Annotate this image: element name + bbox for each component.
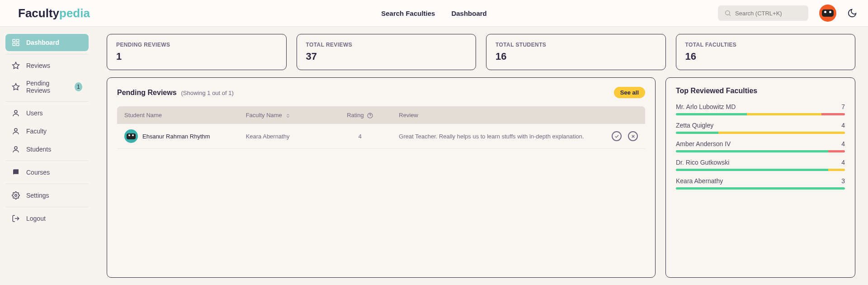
svg-rect-3 bbox=[17, 39, 19, 42]
faculty-item[interactable]: Zetta Quigley 4 bbox=[676, 122, 845, 134]
stat-value: 37 bbox=[306, 51, 467, 62]
svg-point-9 bbox=[14, 128, 17, 131]
theme-toggle[interactable] bbox=[847, 8, 857, 18]
stats-row: PENDING REVIEWS 1 TOTAL REVIEWS 37 TOTAL… bbox=[107, 34, 855, 70]
faculty-count: 7 bbox=[841, 103, 845, 110]
table-row: Ehsanur Rahman Rhythm Keara Abernathy 4 … bbox=[117, 124, 645, 149]
faculty-count: 4 bbox=[841, 159, 845, 166]
faculty-bar bbox=[676, 132, 845, 134]
faculty-bar bbox=[676, 169, 845, 171]
stat-label: TOTAL STUDENTS bbox=[495, 42, 656, 48]
sidebar-item-reviews[interactable]: Reviews bbox=[5, 57, 89, 74]
top-faculties-panel: Top Reviewed Faculties Mr. Arlo Lubowitz… bbox=[665, 77, 855, 278]
faculty-item[interactable]: Keara Abernathy 3 bbox=[676, 177, 845, 190]
gear-icon bbox=[12, 191, 20, 200]
logo-text-1: Faculty bbox=[18, 6, 59, 20]
panel-title: Pending Reviews bbox=[117, 89, 177, 96]
faculty-item[interactable]: Amber Anderson IV 4 bbox=[676, 140, 845, 152]
sidebar-item-pending-reviews[interactable]: Pending Reviews 1 bbox=[5, 75, 89, 99]
global-search[interactable] bbox=[718, 5, 808, 21]
rating-value: 4 bbox=[328, 124, 392, 149]
faculty-name: Dr. Rico Gutkowski bbox=[676, 159, 729, 166]
stat-total-students: TOTAL STUDENTS 16 bbox=[486, 34, 666, 70]
faculty-name: Keara Abernathy bbox=[239, 124, 329, 149]
logo[interactable]: Facultypedia bbox=[18, 6, 90, 20]
logo-text-2: pedia bbox=[59, 6, 90, 20]
sidebar-item-users[interactable]: Users bbox=[5, 104, 89, 122]
user-icon bbox=[12, 145, 20, 153]
nav-search-faculties[interactable]: Search Faculties bbox=[381, 10, 435, 17]
panel-title: Top Reviewed Faculties bbox=[676, 87, 845, 95]
faculty-name: Mr. Arlo Lubowitz MD bbox=[676, 103, 736, 110]
col-rating: Rating bbox=[328, 106, 392, 124]
faculties-list: Mr. Arlo Lubowitz MD 7 Zetta Quigley 4 A… bbox=[676, 103, 845, 190]
sidebar-label: Reviews bbox=[26, 62, 50, 69]
faculty-bar bbox=[676, 150, 845, 152]
logout-icon bbox=[12, 214, 20, 223]
stat-total-faculties: TOTAL FACULTIES 16 bbox=[676, 34, 856, 70]
star-icon bbox=[12, 83, 20, 91]
help-icon[interactable] bbox=[367, 113, 373, 119]
sidebar-label: Logout bbox=[26, 215, 46, 222]
panel-subtitle: (Showing 1 out of 1) bbox=[181, 90, 233, 96]
svg-marker-6 bbox=[13, 62, 19, 69]
faculty-name: Amber Anderson IV bbox=[676, 140, 731, 147]
sidebar-item-faculty[interactable]: Faculty bbox=[5, 123, 89, 140]
pending-reviews-table: Student Name Faculty Name Rating Review bbox=[117, 106, 645, 149]
stat-label: TOTAL FACULTIES bbox=[685, 42, 846, 48]
svg-rect-4 bbox=[13, 43, 15, 46]
approve-button[interactable] bbox=[612, 131, 622, 141]
faculty-name: Zetta Quigley bbox=[676, 122, 713, 129]
stat-label: PENDING REVIEWS bbox=[116, 42, 277, 48]
moon-icon bbox=[847, 8, 857, 18]
sidebar: Dashboard Reviews Pending Reviews 1 User… bbox=[0, 27, 94, 285]
x-icon bbox=[631, 134, 636, 139]
faculty-bar bbox=[676, 187, 845, 190]
faculty-name: Keara Abernathy bbox=[676, 177, 723, 185]
sidebar-item-courses[interactable]: Courses bbox=[5, 164, 89, 181]
see-all-button[interactable]: See all bbox=[614, 87, 645, 98]
sort-icon bbox=[285, 113, 291, 119]
search-input[interactable] bbox=[735, 10, 802, 17]
stat-value: 1 bbox=[116, 51, 277, 62]
sidebar-item-students[interactable]: Students bbox=[5, 141, 89, 158]
faculty-item[interactable]: Mr. Arlo Lubowitz MD 7 bbox=[676, 103, 845, 115]
nav-dashboard[interactable]: Dashboard bbox=[451, 10, 486, 17]
faculty-bar bbox=[676, 113, 845, 115]
sidebar-item-logout[interactable]: Logout bbox=[5, 210, 89, 227]
svg-rect-5 bbox=[17, 43, 19, 46]
sidebar-label: Settings bbox=[26, 192, 49, 199]
student-name: Ehsanur Rahman Rhythm bbox=[142, 133, 210, 140]
sidebar-label: Faculty bbox=[26, 128, 47, 135]
sidebar-label: Users bbox=[26, 109, 43, 117]
stat-value: 16 bbox=[685, 51, 846, 62]
faculty-item[interactable]: Dr. Rico Gutkowski 4 bbox=[676, 159, 845, 171]
book-icon bbox=[12, 168, 20, 176]
pending-badge: 1 bbox=[75, 82, 82, 91]
sidebar-label: Dashboard bbox=[26, 39, 59, 46]
review-text: Great Teacher. Really helps us to learn … bbox=[392, 124, 592, 149]
sidebar-item-settings[interactable]: Settings bbox=[5, 187, 89, 204]
svg-marker-7 bbox=[13, 84, 19, 90]
user-icon bbox=[12, 109, 20, 117]
svg-point-10 bbox=[14, 147, 17, 149]
col-faculty[interactable]: Faculty Name bbox=[239, 106, 329, 124]
svg-rect-2 bbox=[13, 39, 15, 42]
svg-point-0 bbox=[726, 11, 730, 15]
faculty-count: 4 bbox=[841, 140, 845, 147]
sidebar-label: Students bbox=[26, 146, 51, 153]
sidebar-item-dashboard[interactable]: Dashboard bbox=[5, 34, 89, 51]
reject-button[interactable] bbox=[628, 131, 638, 141]
sidebar-label: Pending Reviews bbox=[26, 80, 68, 94]
faculty-count: 3 bbox=[841, 177, 845, 185]
user-icon bbox=[12, 127, 20, 135]
pending-reviews-panel: Pending Reviews (Showing 1 out of 1) See… bbox=[107, 77, 656, 278]
header-right bbox=[718, 5, 857, 22]
user-avatar[interactable] bbox=[819, 5, 836, 22]
stat-pending-reviews: PENDING REVIEWS 1 bbox=[107, 34, 287, 70]
faculty-count: 4 bbox=[841, 122, 845, 129]
col-review: Review bbox=[392, 106, 592, 124]
svg-point-8 bbox=[14, 110, 17, 113]
stat-value: 16 bbox=[495, 51, 656, 62]
svg-line-1 bbox=[729, 14, 731, 16]
